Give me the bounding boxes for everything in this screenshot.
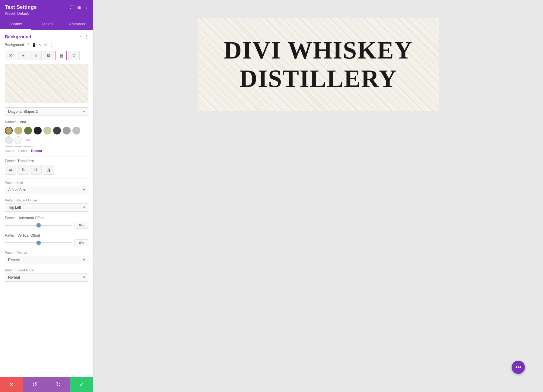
panel-title: Text Settings — [5, 4, 37, 10]
bg-type-row: ✕ ■ ▥ 🖼 ▦ ⬡ — [0, 49, 93, 63]
horizontal-offset-control — [5, 222, 88, 229]
redo-button[interactable]: ↻ — [47, 377, 70, 392]
pattern-repeat-select[interactable]: Repeat Repeat X Repeat Y No Repeat Space… — [5, 256, 88, 264]
background-label-row: Background ? 📱 ↖ ↺ ⋮ — [0, 42, 93, 49]
color-tabs: Saved Global Recent — [5, 149, 88, 153]
pattern-blend-mode-label: Pattern Blend Mode — [5, 268, 88, 272]
tab-content[interactable]: Content — [0, 19, 31, 30]
settings-panel: Text Settings ⛶ ▦ ⋮ Preset: Default Cont… — [0, 0, 94, 392]
more-swatches-dot2[interactable] — [14, 146, 22, 147]
preset-label[interactable]: Preset: Default — [5, 11, 88, 16]
pattern-repeat-row: Pattern Repeat Repeat Repeat X Repeat Y … — [0, 250, 93, 267]
mobile-icon[interactable]: 📱 — [32, 43, 36, 47]
pattern-preview — [5, 64, 88, 103]
color-picker-icon[interactable]: ✏ — [24, 136, 32, 144]
bg-more-icon[interactable]: ⋮ — [49, 43, 53, 47]
pattern-name-select[interactable]: Diagonal Stripes 1 Diagonal Stripes 2 Ho… — [5, 107, 88, 116]
pattern-color-section: Pattern Color ✏ Saved Gl — [0, 119, 93, 155]
pattern-name-row: Diagonal Stripes 1 Diagonal Stripes 2 Ho… — [0, 106, 93, 119]
bg-type-mask[interactable]: ⬡ — [68, 51, 80, 60]
vertical-offset-thumb[interactable] — [37, 241, 41, 245]
pattern-transform-label: Pattern Transform — [5, 159, 88, 163]
horizontal-offset-thumb[interactable] — [37, 223, 41, 227]
section-header-icons: ∧ ⋮ — [79, 34, 88, 39]
pattern-horizontal-offset-row: Pattern Horizontal Offset — [0, 215, 93, 232]
panel-tabs: Content Design Advanced — [0, 19, 93, 30]
color-swatch-black[interactable] — [34, 127, 42, 134]
pattern-size-row: Pattern Size Actual Size Cover Contain C… — [0, 180, 93, 197]
help-icon[interactable]: ? — [27, 43, 29, 47]
tab-design[interactable]: Design — [31, 19, 62, 30]
fullscreen-icon[interactable]: ⛶ — [70, 5, 74, 10]
reset-icon[interactable]: ↺ — [44, 43, 47, 47]
pattern-blend-mode-row: Pattern Blend Mode Normal Multiply Scree… — [0, 267, 93, 285]
bg-type-color[interactable]: ■ — [17, 51, 29, 60]
color-swatch-light-tan[interactable] — [43, 127, 51, 134]
pattern-color-label: Pattern Color — [5, 120, 88, 124]
pattern-horizontal-offset-label: Pattern Horizontal Offset — [5, 216, 88, 220]
color-tab-recent[interactable]: Recent — [31, 149, 42, 153]
divider-2 — [5, 178, 88, 179]
panel-header: Text Settings ⛶ ▦ ⋮ Preset: Default — [0, 0, 93, 19]
section-more-icon[interactable]: ⋮ — [84, 34, 88, 39]
bg-type-gradient[interactable]: ▥ — [30, 51, 42, 60]
more-swatches-dot3[interactable] — [24, 146, 31, 147]
vertical-offset-track[interactable] — [5, 242, 72, 243]
pattern-blend-mode-select[interactable]: Normal Multiply Screen Overlay Darken Li… — [5, 273, 88, 282]
color-swatch-silver[interactable] — [72, 127, 80, 134]
pattern-size-label: Pattern Size — [5, 181, 88, 185]
pattern-repeat-origin-row: Pattern Repeat Origin Top Left Top Cente… — [0, 197, 93, 215]
color-swatch-dark-gray[interactable] — [53, 127, 61, 134]
pattern-transform-section: Pattern Transform ⇄ ⇅ ↺ ◑ — [0, 158, 93, 177]
text-line1: DIVI WHISKEY — [224, 36, 413, 64]
panel-header-icons: ⛶ ▦ ⋮ — [70, 5, 88, 10]
more-options-icon[interactable]: ⋮ — [84, 5, 88, 10]
color-swatches-row: ✏ — [5, 127, 88, 144]
bg-type-none[interactable]: ✕ — [5, 51, 16, 60]
rotate-btn[interactable]: ↺ — [30, 165, 42, 175]
main-canvas: DIVI WHISKEY DISTILLERY ••• — [94, 0, 543, 392]
flip-horizontal-btn[interactable]: ⇄ — [5, 165, 16, 175]
undo-button[interactable]: ↺ — [23, 377, 46, 392]
vertical-offset-value[interactable] — [75, 239, 88, 246]
floating-dots-button[interactable]: ••• — [512, 361, 525, 374]
panel-content: Background ∧ ⋮ Background ? 📱 ↖ ↺ ⋮ ✕ ■ … — [0, 30, 93, 392]
color-tab-global[interactable]: Global — [18, 149, 27, 153]
pattern-size-select[interactable]: Actual Size Cover Contain Custom — [5, 186, 88, 194]
collapse-icon[interactable]: ∧ — [79, 34, 82, 39]
text-preview-title: DIVI WHISKEY DISTILLERY — [222, 36, 415, 93]
color-swatch-white[interactable] — [14, 136, 22, 144]
background-field-label: Background — [5, 43, 24, 47]
divider-1 — [5, 156, 88, 156]
pattern-repeat-origin-label: Pattern Repeat Origin — [5, 198, 88, 202]
text-preview-box: DIVI WHISKEY DISTILLERY — [198, 18, 439, 111]
cursor-icon[interactable]: ↖ — [39, 43, 42, 47]
color-swatch-olive[interactable] — [24, 127, 32, 134]
color-swatch-tan[interactable] — [14, 127, 22, 134]
bg-type-pattern[interactable]: ▦ — [56, 51, 67, 60]
section-title-background: Background — [5, 34, 31, 39]
horizontal-offset-value[interactable] — [75, 222, 88, 229]
pattern-repeat-label: Pattern Repeat — [5, 251, 88, 254]
color-tab-saved[interactable]: Saved — [5, 149, 14, 153]
color-swatch-medium-gray[interactable] — [63, 127, 71, 134]
horizontal-offset-track[interactable] — [5, 225, 72, 226]
section-header-background: Background ∧ ⋮ — [0, 30, 93, 42]
transform-buttons-row: ⇄ ⇅ ↺ ◑ — [5, 165, 88, 175]
color-swatch-gold[interactable] — [5, 127, 13, 134]
more-swatches-dot1[interactable] — [5, 146, 13, 147]
panel-bottom-bar: ✕ ↺ ↻ ✓ — [0, 377, 93, 392]
text-line2: DISTILLERY — [240, 65, 397, 92]
bg-type-image[interactable]: 🖼 — [43, 51, 54, 60]
columns-icon[interactable]: ▦ — [77, 5, 81, 10]
pattern-repeat-origin-select[interactable]: Top Left Top Center Top Right Center Bot… — [5, 203, 88, 212]
pattern-vertical-offset-row: Pattern Vertical Offset — [0, 232, 93, 250]
color-swatch-light-gray[interactable] — [5, 136, 13, 144]
cancel-button[interactable]: ✕ — [0, 377, 23, 392]
vertical-offset-control — [5, 239, 88, 246]
flip-vertical-btn[interactable]: ⇅ — [17, 165, 29, 175]
invert-btn[interactable]: ◑ — [43, 165, 54, 175]
tab-advanced[interactable]: Advanced — [62, 19, 93, 30]
pattern-vertical-offset-label: Pattern Vertical Offset — [5, 233, 88, 238]
confirm-button[interactable]: ✓ — [70, 377, 93, 392]
